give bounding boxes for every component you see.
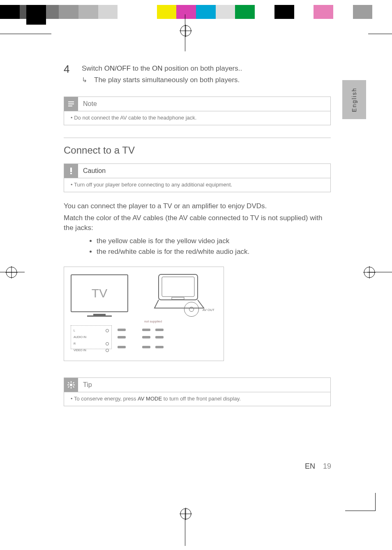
cable-plug-icon (118, 336, 126, 338)
step-4-result: ↳ The play starts simultaneously on both… (82, 76, 331, 84)
cable-plug-icon (118, 346, 126, 348)
caution-body: Turn off your player before connecting t… (76, 182, 232, 188)
svg-rect-21 (71, 381, 71, 383)
caution-callout: Caution Turn off your player before conn… (64, 163, 331, 192)
svg-rect-14 (68, 106, 72, 106)
caution-icon (64, 164, 78, 178)
footer-language: EN (305, 462, 315, 470)
tv-input-jacks: L AUDIO IN R VIDEO IN (71, 325, 112, 349)
page-footer: EN 19 (0, 462, 392, 471)
tip-callout: Tip To conserve energy, press AV MODE to… (64, 377, 331, 406)
section-heading: Connect to a TV (64, 145, 331, 156)
wiring-diagram: TV AV OUT not supplied L AUDIO IN R VIDE… (64, 267, 224, 361)
svg-rect-18 (162, 277, 194, 297)
svg-rect-25 (68, 382, 69, 383)
caution-title: Caution (83, 167, 106, 175)
svg-rect-17 (159, 274, 198, 300)
cable-plug-icon (155, 329, 164, 331)
svg-rect-27 (68, 386, 69, 387)
cable-plug-icon (142, 329, 150, 331)
note-body: Do not connect the AV cable to the headp… (76, 115, 196, 121)
cropmark (0, 34, 51, 34)
registration-mark-icon (363, 266, 376, 278)
note-callout: Note Do not connect the AV cable to the … (64, 97, 331, 125)
svg-rect-22 (71, 387, 71, 389)
result-text: The play starts simultaneously on both p… (94, 76, 331, 84)
svg-point-20 (70, 384, 72, 386)
list-item: the yellow cable is for the yellow video… (97, 236, 331, 246)
step-number: 4 (64, 64, 82, 74)
tip-icon (64, 378, 78, 392)
section-rule (64, 138, 331, 138)
language-tab-label: English (351, 87, 357, 112)
registration-mark-icon (180, 508, 192, 520)
cable-plug-icon (155, 346, 164, 348)
svg-rect-16 (70, 173, 72, 174)
av-out-jack-icon (184, 302, 199, 317)
paragraph: Match the color of the AV cables (the AV… (64, 213, 331, 233)
svg-rect-23 (67, 384, 69, 385)
corner-black-tab (26, 5, 46, 25)
tv-illustration: TV (71, 274, 128, 320)
svg-rect-12 (68, 101, 74, 102)
registration-mark-icon (180, 25, 192, 37)
note-title: Note (83, 100, 97, 108)
print-color-bar (0, 5, 392, 19)
cropmark (368, 34, 392, 34)
language-tab: English (342, 80, 366, 119)
svg-rect-26 (73, 382, 74, 383)
svg-rect-13 (68, 104, 74, 104)
tip-body: To conserve energy, press AV MODE to tur… (76, 396, 241, 402)
step-4: 4 Switch ON/OFF to the ON position on bo… (64, 64, 331, 74)
tip-title: Tip (83, 381, 92, 389)
svg-rect-19 (172, 297, 184, 299)
registration-mark-icon (5, 266, 18, 278)
svg-rect-28 (73, 386, 74, 387)
corner-crop (345, 493, 376, 511)
cable-plug-icon (142, 336, 150, 338)
result-arrow-icon: ↳ (82, 76, 94, 84)
footer-page-number: 19 (323, 462, 331, 470)
page-content: 4 Switch ON/OFF to the ON position on bo… (64, 64, 331, 419)
cable-plug-icon (118, 329, 126, 331)
cable-plug-icon (155, 336, 164, 338)
cable-plug-icon (142, 346, 150, 348)
svg-rect-15 (70, 168, 72, 172)
svg-rect-24 (73, 384, 75, 385)
list-item: the red/white cable is for the red/white… (97, 246, 331, 257)
tv-label: TV (92, 286, 107, 300)
note-icon (64, 97, 78, 111)
cable-bullet-list: the yellow cable is for the yellow video… (97, 236, 331, 258)
av-out-callout: AV OUT (184, 302, 214, 317)
av-out-label: AV OUT (203, 308, 214, 312)
paragraph: You can connect the player to a TV or an… (64, 201, 331, 212)
not-supplied-label: not supplied (144, 320, 162, 323)
step-text: Switch ON/OFF to the ON position on both… (82, 64, 331, 74)
